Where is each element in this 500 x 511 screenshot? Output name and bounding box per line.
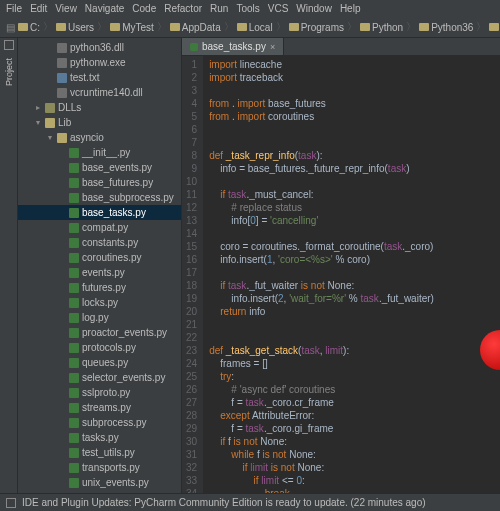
code-line[interactable] (209, 123, 434, 136)
line-number: 17 (186, 266, 197, 279)
tree-node-sslprotopy[interactable]: sslproto.py (18, 385, 181, 400)
crumb-local[interactable]: Local (237, 22, 273, 33)
crumb-python36[interactable]: Python36 (419, 22, 473, 33)
code-line[interactable]: if task._must_cancel: (209, 188, 434, 201)
project-sidebar[interactable]: python36.dllpythonw.exetest.txtvcruntime… (18, 38, 182, 501)
code-line[interactable]: # replace status (209, 201, 434, 214)
code-line[interactable]: if limit <= 0: (209, 474, 434, 487)
crumb-mytest[interactable]: MyTest (110, 22, 154, 33)
tree-node-basesubprocesspy[interactable]: base_subprocess.py (18, 190, 181, 205)
tree-node-coroutinespy[interactable]: coroutines.py (18, 250, 181, 265)
crumb-appdata[interactable]: AppData (170, 22, 221, 33)
tree-node-lockspy[interactable]: locks.py (18, 295, 181, 310)
source[interactable]: import linecacheimport traceback from . … (203, 56, 434, 501)
tree-node-initpy[interactable]: __init__.py (18, 145, 181, 160)
menu-file[interactable]: File (6, 3, 22, 14)
expand-arrow-icon[interactable]: ▸ (34, 103, 42, 112)
code-line[interactable]: while f is not None: (209, 448, 434, 461)
crumb-python[interactable]: Python (360, 22, 403, 33)
code-line[interactable]: from . import coroutines (209, 110, 434, 123)
code-line[interactable]: # 'async def' coroutines (209, 383, 434, 396)
menu-help[interactable]: Help (340, 3, 361, 14)
close-icon[interactable]: × (270, 42, 275, 52)
crumb-users[interactable]: Users (56, 22, 94, 33)
tree-node-lib[interactable]: ▾Lib (18, 115, 181, 130)
code-line[interactable] (209, 136, 434, 149)
code-line[interactable]: if task._fut_waiter is not None: (209, 279, 434, 292)
editor-tab[interactable]: base_tasks.py× (182, 38, 284, 55)
tool-square-icon[interactable] (4, 40, 14, 50)
code-line[interactable]: from . import base_futures (209, 97, 434, 110)
code-line[interactable]: info[0] = 'cancelling' (209, 214, 434, 227)
code-line[interactable]: frames = [] (209, 357, 434, 370)
tree-node-proactoreventspy[interactable]: proactor_events.py (18, 325, 181, 340)
code-line[interactable]: coro = coroutines._format_coroutine(task… (209, 240, 434, 253)
code-line[interactable]: f = task._coro.cr_frame (209, 396, 434, 409)
tree-node-baseeventspy[interactable]: base_events.py (18, 160, 181, 175)
tree-node-logpy[interactable]: log.py (18, 310, 181, 325)
tree-node-protocolspy[interactable]: protocols.py (18, 340, 181, 355)
status-square-icon[interactable] (6, 498, 16, 508)
tree-node-compatpy[interactable]: compat.py (18, 220, 181, 235)
crumb-programs[interactable]: Programs (289, 22, 344, 33)
code-line[interactable]: info.insert(1, 'coro=<%s>' % coro) (209, 253, 434, 266)
breadcrumb-root-icon[interactable]: ▤ (6, 22, 15, 33)
code-line[interactable]: info.insert(2, 'wait_for=%r' % task._fut… (209, 292, 434, 305)
code-line[interactable]: if limit is not None: (209, 461, 434, 474)
tree-node-basetaskspy[interactable]: base_tasks.py (18, 205, 181, 220)
code-line[interactable] (209, 84, 434, 97)
code-line[interactable]: f = task._coro.gi_frame (209, 422, 434, 435)
code-line[interactable]: except AttributeError: (209, 409, 434, 422)
tree-node-taskspy[interactable]: tasks.py (18, 430, 181, 445)
menu-tools[interactable]: Tools (236, 3, 259, 14)
code-line[interactable]: def _task_get_stack(task, limit): (209, 344, 434, 357)
tree-node-asyncio[interactable]: ▾asyncio (18, 130, 181, 145)
tree-node-basefuturespy[interactable]: base_futures.py (18, 175, 181, 190)
menu-run[interactable]: Run (210, 3, 228, 14)
menu-vcs[interactable]: VCS (268, 3, 289, 14)
menu-view[interactable]: View (55, 3, 77, 14)
menu-code[interactable]: Code (132, 3, 156, 14)
tree-node-dlls[interactable]: ▸DLLs (18, 100, 181, 115)
tree-node-testtxt[interactable]: test.txt (18, 70, 181, 85)
tree-node-transportspy[interactable]: transports.py (18, 460, 181, 475)
tree-node-constantspy[interactable]: constants.py (18, 235, 181, 250)
expand-arrow-icon[interactable]: ▾ (34, 118, 42, 127)
tree-node-eventspy[interactable]: events.py (18, 265, 181, 280)
code-line[interactable]: if f is not None: (209, 435, 434, 448)
tree-node-unixeventspy[interactable]: unix_events.py (18, 475, 181, 490)
folder-icon (45, 103, 55, 113)
code-editor[interactable]: 1234567891011121314151617181920212223242… (182, 56, 500, 501)
code-line[interactable]: try: (209, 370, 434, 383)
menu-edit[interactable]: Edit (30, 3, 47, 14)
expand-arrow-icon[interactable]: ▾ (46, 133, 54, 142)
code-line[interactable]: info = base_futures._future_repr_info(ta… (209, 162, 434, 175)
code-line[interactable]: def _task_repr_info(task): (209, 149, 434, 162)
status-text[interactable]: IDE and Plugin Updates: PyCharm Communit… (22, 497, 426, 508)
tree-node-testutilspy[interactable]: test_utils.py (18, 445, 181, 460)
menu-refactor[interactable]: Refactor (164, 3, 202, 14)
menu-window[interactable]: Window (296, 3, 332, 14)
tree-node-pythonwexe[interactable]: pythonw.exe (18, 55, 181, 70)
crumb-c[interactable]: C: (18, 22, 40, 33)
main-area: Project python36.dllpythonw.exetest.txtv… (0, 38, 500, 501)
gutter: 1234567891011121314151617181920212223242… (182, 56, 203, 501)
code-line[interactable] (209, 318, 434, 331)
tree-node-selectoreventspy[interactable]: selector_events.py (18, 370, 181, 385)
project-toolwindow-button[interactable]: Project (4, 58, 14, 86)
code-line[interactable] (209, 227, 434, 240)
crumb-lib[interactable]: Lib (489, 22, 500, 33)
tree-node-streamspy[interactable]: streams.py (18, 400, 181, 415)
tree-node-subprocesspy[interactable]: subprocess.py (18, 415, 181, 430)
code-line[interactable] (209, 175, 434, 188)
tree-node-queuespy[interactable]: queues.py (18, 355, 181, 370)
code-line[interactable] (209, 266, 434, 279)
tree-node-futurespy[interactable]: futures.py (18, 280, 181, 295)
code-line[interactable]: import linecache (209, 58, 434, 71)
code-line[interactable]: return info (209, 305, 434, 318)
code-line[interactable]: import traceback (209, 71, 434, 84)
code-line[interactable] (209, 331, 434, 344)
tree-node-vcruntime140dll[interactable]: vcruntime140.dll (18, 85, 181, 100)
tree-node-python36dll[interactable]: python36.dll (18, 40, 181, 55)
menu-navigate[interactable]: Navigate (85, 3, 124, 14)
